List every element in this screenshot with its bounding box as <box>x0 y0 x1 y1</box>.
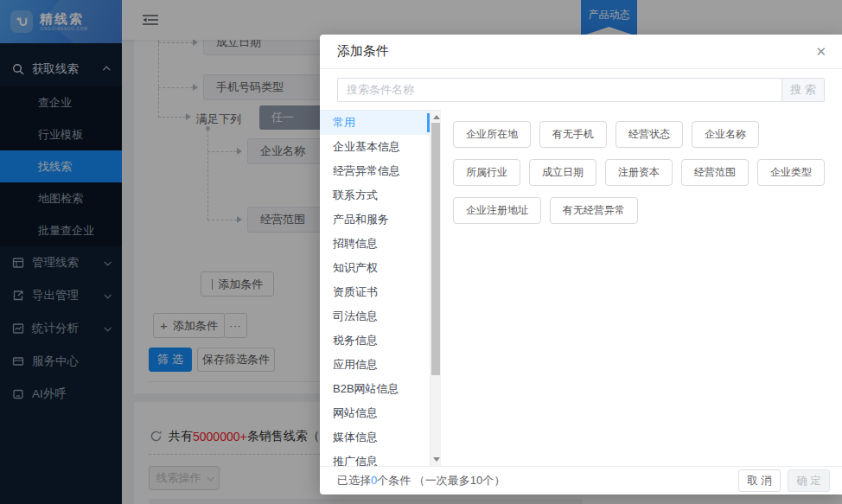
category-item[interactable]: 产品和服务 <box>320 207 430 232</box>
category-scrollbar[interactable] <box>430 111 441 466</box>
category-list: 常用 企业基本信息 经营异常信息 联系方式 产品和服务 招聘信息 知识产权 资质… <box>320 111 441 466</box>
condition-chip[interactable]: 企业注册地址 <box>453 197 541 224</box>
category-item[interactable]: 经营异常信息 <box>320 159 430 183</box>
category-item[interactable]: 媒体信息 <box>320 425 430 450</box>
category-item[interactable]: 司法信息 <box>320 304 430 329</box>
app-root: 精线索 JINGXIANSUO.COM 获取线索 查企业 行业模板 找线索 地图… <box>0 0 842 504</box>
category-item[interactable]: 资质证书 <box>320 280 430 304</box>
search-button[interactable]: 搜 索 <box>781 78 825 102</box>
cancel-button[interactable]: 取 消 <box>738 469 781 492</box>
condition-chip-panel: 企业所在地 有无手机 经营状态 企业名称 所属行业 成立日期 注册资本 经营范围… <box>441 110 842 466</box>
search-input[interactable] <box>337 78 781 102</box>
category-item[interactable]: B2B网站信息 <box>320 377 430 401</box>
category-item[interactable]: 应用信息 <box>320 353 430 377</box>
category-item[interactable]: 推广信息 <box>320 450 430 466</box>
category-item[interactable]: 企业基本信息 <box>320 135 430 159</box>
confirm-button[interactable]: 确 定 <box>788 469 830 492</box>
condition-chip[interactable]: 有无手机 <box>539 121 607 148</box>
scroll-down-icon[interactable] <box>433 457 440 462</box>
condition-chip[interactable]: 所属行业 <box>453 159 520 186</box>
category-item[interactable]: 招聘信息 <box>320 232 430 256</box>
modal-header: 添加条件 ✕ <box>320 35 842 69</box>
modal-footer: 已选择0个条件 （一次最多10个） 取 消 确 定 <box>320 466 842 494</box>
category-item[interactable]: 税务信息 <box>320 329 430 353</box>
modal-title: 添加条件 <box>337 43 389 60</box>
category-item[interactable]: 常用 <box>320 111 430 135</box>
modal-actions: 取 消 确 定 <box>738 469 830 492</box>
condition-chip[interactable]: 经营状态 <box>616 121 683 148</box>
condition-chip[interactable]: 有无经营异常 <box>550 197 638 224</box>
status-suffix: 个条件 （一次最多10个） <box>377 474 505 487</box>
scroll-up-icon[interactable] <box>433 115 440 119</box>
condition-chip[interactable]: 成立日期 <box>529 159 596 186</box>
category-panel: 常用 企业基本信息 经营异常信息 联系方式 产品和服务 招聘信息 知识产权 资质… <box>320 110 441 466</box>
modal-search-row: 搜 索 <box>320 69 842 110</box>
condition-chip[interactable]: 企业名称 <box>692 121 759 148</box>
condition-chip[interactable]: 注册资本 <box>605 159 673 186</box>
scrollbar-thumb[interactable] <box>431 123 440 375</box>
category-item[interactable]: 联系方式 <box>320 183 430 207</box>
add-condition-modal: 添加条件 ✕ 搜 索 常用 企业基本信息 经营异常信息 联系方式 产品和服务 招… <box>320 35 842 494</box>
selection-status: 已选择0个条件 （一次最多10个） <box>337 473 505 488</box>
status-prefix: 已选择 <box>337 474 371 487</box>
condition-chip[interactable]: 经营范围 <box>681 159 749 186</box>
condition-chip[interactable]: 企业所在地 <box>453 121 531 148</box>
category-item[interactable]: 网站信息 <box>320 401 430 425</box>
modal-body: 常用 企业基本信息 经营异常信息 联系方式 产品和服务 招聘信息 知识产权 资质… <box>320 110 842 466</box>
category-item[interactable]: 知识产权 <box>320 256 430 280</box>
condition-chip[interactable]: 企业类型 <box>757 159 825 186</box>
close-icon[interactable]: ✕ <box>815 45 826 58</box>
